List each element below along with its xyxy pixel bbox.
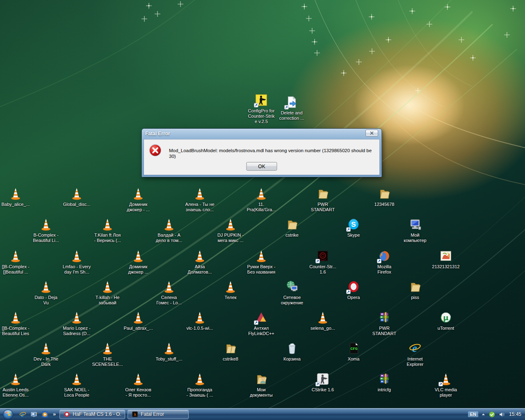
taskbar-button-label: HaF TeaM CS 1.6 - O...	[73, 411, 121, 417]
desktop-icon-label: Dev - In The Dark	[34, 356, 58, 367]
desktop-icon-label: Internet Explorer	[407, 356, 424, 367]
desktop-icon[interactable]: Корзина	[269, 341, 315, 362]
volume-icon[interactable]	[498, 411, 505, 418]
shortcut-arrow-icon	[346, 227, 351, 232]
desktop-icon[interactable]: Global_disc...	[54, 187, 99, 207]
taskbar-window-buttons: HaF TeaM CS 1.6 - O... λ Fatal Error	[59, 410, 189, 419]
dialog-title[interactable]: Fatal Error	[145, 129, 170, 139]
folder-icon	[285, 217, 299, 231]
taskbar-window-button[interactable]: HaF TeaM CS 1.6 - O...	[59, 410, 125, 419]
desktop-icon[interactable]: CFG Xoma	[331, 341, 376, 362]
dialog-close-button[interactable]	[365, 130, 378, 137]
desktop-icon[interactable]: Доминик джокер - ...	[116, 187, 161, 212]
desktop-icon[interactable]: Lmfao - Every day I'm Sh...	[54, 249, 99, 275]
desktop-icon-label: Корзина	[283, 356, 301, 362]
desktop-icon-label: Mozilla Firefox	[377, 264, 391, 275]
taskbar-clock[interactable]: 15:45	[509, 411, 521, 417]
language-indicator[interactable]: EN	[468, 411, 478, 417]
desktop-icon[interactable]: Austin Leeds Etienne Os...	[0, 372, 38, 398]
taskbar-button-label: Fatal Error	[141, 411, 164, 417]
vlc-icon	[9, 187, 23, 201]
vlc-icon	[193, 249, 207, 263]
desktop-icon[interactable]: 11. Pra(Killa'Gra...	[239, 187, 284, 212]
delete-doc-icon	[285, 95, 299, 109]
folder-icon	[408, 280, 422, 294]
desktop-icon[interactable]: DJ PUPKIN - мега микс ...	[208, 217, 253, 243]
desktop-icon-label: cstrike	[285, 233, 299, 238]
desktop-icon[interactable]: Айза Долматов...	[177, 249, 222, 275]
desktop-icon[interactable]: Counter-Str... 1.6	[300, 249, 345, 275]
desktop-icon-label: Baby_alice_...	[1, 202, 30, 207]
desktop-icon[interactable]: cstrike8	[208, 341, 253, 362]
desktop-icon[interactable]: selena_go...	[300, 310, 345, 331]
internet-explorer-button[interactable]: e	[19, 411, 27, 418]
desktop-icon-label: THE SCENESELE...	[92, 356, 123, 367]
desktop-icon[interactable]: Рукки Вверх - Без названия	[239, 249, 284, 275]
desktop-icon[interactable]: Mario Lopez - Sadness (D...	[54, 310, 99, 336]
desktop-icon[interactable]: Валдай - А дело в том...	[146, 217, 192, 243]
desktop-icon[interactable]: cstrike	[269, 217, 315, 238]
desktop-icon[interactable]: µ uTorrent	[423, 310, 468, 331]
quick-launch-overflow-chevron[interactable]: »	[53, 411, 56, 417]
desktop-icon[interactable]: Алена - Ты не знаешь сло...	[177, 187, 222, 212]
desktop-icon[interactable]: Телек	[208, 280, 253, 300]
flylink-icon	[254, 310, 268, 324]
ok-button[interactable]: OK	[247, 162, 277, 171]
desktop-icon[interactable]: Сетевое окружение	[269, 280, 315, 306]
shortcut-arrow-icon	[284, 105, 289, 110]
firefox-icon	[377, 249, 391, 263]
taskbar-window-button[interactable]: λ Fatal Error	[128, 410, 189, 419]
desktop-icon[interactable]: SAK NOEL - Loca People	[54, 372, 99, 398]
start-button[interactable]	[2, 409, 14, 420]
desktop-icon[interactable]: 21321321312	[423, 249, 468, 269]
tray-expand-icon[interactable]	[481, 412, 486, 417]
desktop-icon[interactable]: Антхил FlyLinkDC++	[239, 310, 284, 336]
desktop-icon[interactable]: Мои документы	[239, 372, 284, 398]
desktop-icon[interactable]: S Skype	[331, 217, 376, 238]
show-desktop-button[interactable]	[30, 411, 38, 418]
desktop-icon[interactable]: Dev - In The Dark	[23, 341, 68, 367]
desktop-icon[interactable]: Paul_attrax_...	[116, 310, 161, 331]
desktop-icon[interactable]: piss	[393, 280, 438, 300]
desktop-icon[interactable]: []B-Complex - Beautiful Lies	[0, 310, 38, 336]
desktop-icon[interactable]: Toby_stuff_...	[146, 341, 192, 362]
desktop-icon[interactable]: 12345678	[362, 187, 407, 207]
desktop-icon[interactable]: []B-Complex - []Beautiful ...	[0, 249, 38, 275]
vlc-icon	[9, 249, 23, 263]
desktop-icon[interactable]: Dato - Deja Vu	[23, 280, 68, 306]
desktop[interactable]: ConfigPro for Counter-Strik e v.2.5 Dele…	[0, 0, 525, 420]
desktop-icon[interactable]: Baby_alice_...	[0, 187, 38, 207]
desktop-icon-label: Toby_stuff_...	[155, 356, 182, 362]
fatal-error-dialog: Fatal Error	[142, 128, 382, 177]
windows-media-player-button[interactable]	[41, 411, 49, 418]
desktop-icon[interactable]: CStrike 1.6	[300, 372, 345, 393]
desktop-icon-label: SAK NOEL - Loca People	[64, 387, 89, 398]
desktop-icon[interactable]: vlc-1.0.5-wi...	[177, 310, 222, 331]
vlc-icon	[100, 280, 114, 294]
desktop-icon[interactable]: THE SCENESELE...	[85, 341, 130, 367]
desktop-icon[interactable]: T.Kilan ft Лоя - Вернись (...	[85, 217, 130, 243]
desktop-icon[interactable]: PWR STANDART	[362, 310, 407, 336]
vlc-icon	[162, 280, 176, 294]
desktop-icon[interactable]: e Internet Explorer	[393, 341, 438, 367]
desktop-icon-label: 11. Pra(Killa'Gra...	[247, 202, 276, 212]
desktop-icon-label: Валдай - А дело в том...	[156, 233, 183, 243]
desktop-icon[interactable]: B-Complex - Beautiful Li...	[23, 217, 68, 243]
vlc-icon	[131, 249, 145, 263]
desktop-icon[interactable]: Opera	[331, 280, 376, 300]
desktop-icon[interactable]: Mozilla Firefox	[362, 249, 407, 275]
desktop-icon[interactable]: Селена Гомес - Lo...	[146, 280, 192, 306]
skype-status-icon[interactable]	[488, 411, 495, 418]
desktop-icon-label: Opera	[347, 295, 360, 300]
desktop-icon[interactable]: PWR STANDART	[300, 187, 345, 212]
ie-icon: e	[408, 341, 422, 355]
desktop-icon[interactable]: Delete and correction ...	[269, 95, 314, 121]
desktop-icon[interactable]: VLC media player	[423, 372, 468, 398]
desktop-icon[interactable]: Олег Кензов - Я просто...	[116, 372, 161, 398]
desktop-icon[interactable]: Доминик джокер ...	[116, 249, 161, 275]
show-desktop-icon	[30, 411, 38, 418]
desktop-icon[interactable]: Мой компьютер	[393, 217, 438, 243]
desktop-icon[interactable]: Пропоганда - Знаешь ( ...	[177, 372, 222, 398]
desktop-icon[interactable]: intricfg	[362, 372, 407, 393]
desktop-icon[interactable]: T-killah - Не забывай	[85, 280, 130, 306]
